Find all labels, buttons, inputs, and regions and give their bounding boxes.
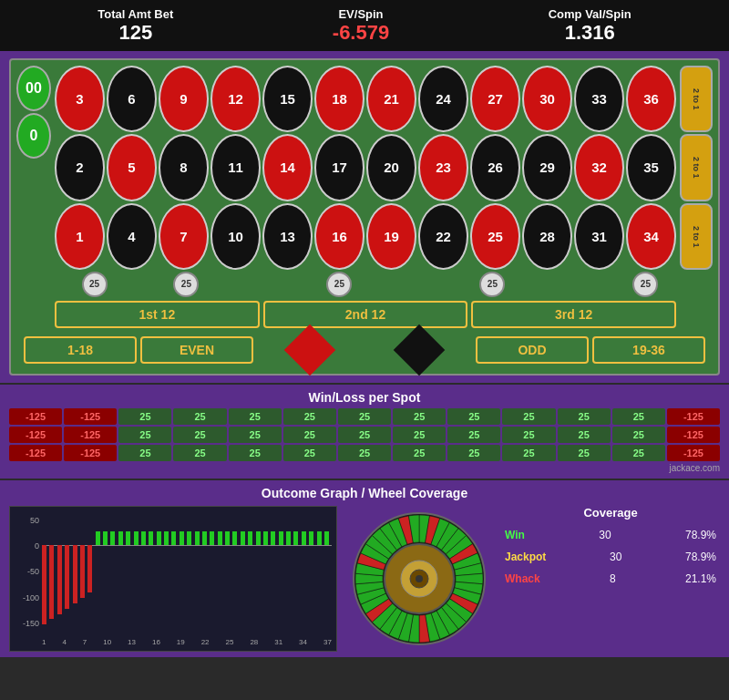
number-cell-21[interactable]: 21 — [366, 66, 416, 132]
bet-19-36[interactable]: 19-36 — [592, 336, 705, 364]
number-cell-28[interactable]: 28 — [522, 203, 572, 270]
double-zero[interactable]: 00 — [16, 66, 51, 111]
bar-11 — [126, 531, 130, 545]
dozen-3rd[interactable]: 3rd 12 — [471, 301, 676, 328]
wl-cell-2-7: 25 — [393, 445, 446, 461]
number-cell-12[interactable]: 12 — [210, 66, 261, 132]
total-amt-bet-stat: Total Amt Bet 125 — [98, 7, 173, 45]
number-cell-30[interactable]: 30 — [522, 66, 572, 132]
2to1-mid[interactable]: 2 to 1 — [680, 134, 713, 201]
dozen-2nd[interactable]: 2nd 12 — [263, 301, 468, 328]
bar-15 — [157, 531, 161, 545]
number-cell-19[interactable]: 19 — [366, 203, 416, 270]
number-cell-23[interactable]: 23 — [418, 134, 468, 201]
number-cell-27[interactable]: 27 — [470, 66, 520, 132]
bar-8 — [103, 531, 108, 545]
chip-4[interactable]: 25 — [479, 272, 505, 297]
dozen-1st[interactable]: 1st 12 — [55, 301, 260, 328]
bar-chart: 50 0 -50 -100 -150 1471013 1619222528 31… — [9, 506, 337, 652]
bar-3 — [65, 545, 69, 609]
single-zero[interactable]: 0 — [16, 113, 51, 159]
winloss-row-2: -125-12525252525252525252525-125 — [9, 445, 720, 461]
bet-odd[interactable]: ODD — [476, 336, 589, 364]
number-cell-29[interactable]: 29 — [522, 134, 572, 201]
coverage-box: Coverage Win 30 78.9% Jackpot 30 78.9% W… — [501, 506, 720, 592]
wl-cell-2-2: 25 — [118, 445, 171, 461]
number-grid: 00 0 36912151821242730333625811141720232… — [16, 66, 713, 270]
number-cell-15[interactable]: 15 — [262, 66, 313, 132]
bar-18 — [180, 531, 184, 545]
bar-13 — [141, 531, 146, 545]
number-cell-11[interactable]: 11 — [210, 134, 261, 201]
number-cell-34[interactable]: 34 — [626, 203, 676, 270]
chip-5[interactable]: 25 — [632, 272, 658, 297]
chip-1[interactable]: 25 — [82, 272, 108, 297]
outcome-title: Outcome Graph / Wheel Coverage — [9, 486, 720, 500]
number-cell-2[interactable]: 2 — [55, 134, 105, 201]
header-bar: Total Amt Bet 125 EV/Spin -6.579 Comp Va… — [0, 0, 729, 51]
number-cell-32[interactable]: 32 — [574, 134, 624, 201]
red-diamond[interactable] — [257, 332, 363, 368]
bar-9 — [110, 531, 115, 545]
2to1-top[interactable]: 2 to 1 — [680, 66, 713, 132]
number-cell-14[interactable]: 14 — [262, 134, 313, 201]
number-cell-36[interactable]: 36 — [626, 66, 676, 132]
wl-cell-2-4: 25 — [229, 445, 282, 461]
wl-cell-1-7: 25 — [393, 427, 446, 443]
coverage-title: Coverage — [501, 506, 720, 520]
wl-cell-2-10: 25 — [558, 445, 611, 461]
number-cell-16[interactable]: 16 — [314, 203, 364, 270]
black-diamond[interactable] — [366, 332, 472, 368]
wl-cell-0-12: -125 — [667, 408, 720, 425]
y-axis: 50 0 -50 -100 -150 — [10, 516, 42, 628]
number-cell-24[interactable]: 24 — [418, 66, 468, 132]
number-cell-25[interactable]: 25 — [470, 203, 520, 270]
wl-cell-2-12: -125 — [667, 445, 720, 461]
wl-cell-1-3: 25 — [173, 427, 226, 443]
number-cell-7[interactable]: 7 — [159, 203, 209, 270]
wl-cell-1-10: 25 — [558, 427, 611, 443]
winloss-title: Win/Loss per Spot — [9, 390, 720, 405]
coverage-whack-label: Whack — [505, 572, 540, 585]
number-cell-5[interactable]: 5 — [107, 134, 157, 201]
number-cell-1[interactable]: 1 — [55, 203, 105, 270]
wl-cell-1-0: -125 — [9, 427, 62, 443]
wl-cell-1-8: 25 — [447, 427, 500, 443]
number-cell-4[interactable]: 4 — [107, 203, 157, 270]
number-cell-33[interactable]: 33 — [574, 66, 624, 132]
number-cell-6[interactable]: 6 — [107, 66, 157, 132]
bet-even[interactable]: EVEN — [140, 336, 253, 364]
number-cell-20[interactable]: 20 — [366, 134, 416, 201]
wl-cell-2-1: -125 — [64, 445, 117, 461]
x-axis: 1471013 1619222528 313437 — [42, 638, 332, 646]
chip-2[interactable]: 25 — [173, 272, 199, 297]
comp-val-stat: Comp Val/Spin 1.316 — [549, 7, 631, 45]
numbers-grid: 3691215182124273033362581114172023262932… — [55, 66, 676, 270]
dozen-row: 1st 12 2nd 12 3rd 12 — [16, 301, 713, 328]
number-cell-31[interactable]: 31 — [574, 203, 624, 270]
chip-row: 25 25 25 25 25 — [16, 272, 713, 297]
coverage-win-count: 30 — [599, 529, 611, 541]
number-cell-10[interactable]: 10 — [210, 203, 261, 270]
number-cell-8[interactable]: 8 — [159, 134, 209, 201]
number-cell-17[interactable]: 17 — [314, 134, 364, 201]
number-cell-22[interactable]: 22 — [418, 203, 468, 270]
bar-26 — [241, 531, 245, 545]
coverage-whack-count: 8 — [610, 572, 616, 585]
chip-3[interactable]: 25 — [326, 272, 352, 297]
bar-34 — [302, 531, 306, 545]
number-cell-26[interactable]: 26 — [470, 134, 520, 201]
bet-1-18[interactable]: 1-18 — [24, 336, 137, 364]
number-cell-3[interactable]: 3 — [55, 66, 105, 132]
number-cell-18[interactable]: 18 — [314, 66, 364, 132]
2to1-bot[interactable]: 2 to 1 — [680, 203, 713, 270]
winloss-rows: -125-12525252525252525252525-125-125-125… — [9, 408, 720, 461]
bar-23 — [218, 531, 222, 545]
coverage-whack-row: Whack 8 21.1% — [501, 571, 720, 587]
number-cell-13[interactable]: 13 — [262, 203, 313, 270]
wl-cell-1-6: 25 — [338, 427, 391, 443]
coverage-whack-pct: 21.1% — [685, 572, 716, 585]
bar-7 — [96, 531, 100, 545]
number-cell-35[interactable]: 35 — [626, 134, 676, 201]
number-cell-9[interactable]: 9 — [159, 66, 209, 132]
